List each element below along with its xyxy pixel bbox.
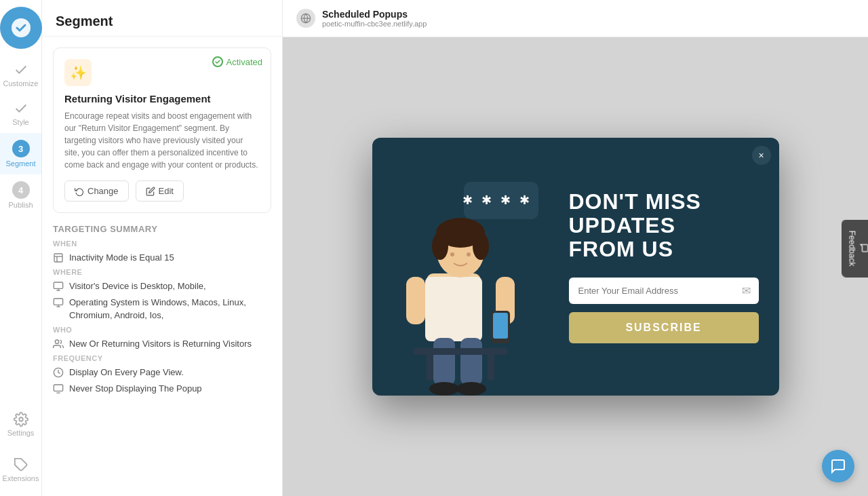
display-icon: [53, 383, 64, 394]
svg-rect-3: [54, 254, 62, 262]
site-url: poetic-muffin-cbc3ee.netlify.app: [322, 20, 427, 28]
targeting-summary: Targeting Summary WHEN Inactivity Mode i…: [42, 224, 282, 410]
sidebar-item-publish[interactable]: 4 Publish: [0, 174, 41, 216]
svg-point-35: [429, 382, 459, 396]
popup-heading: DON'T MISS UPDATES FROM US: [569, 190, 759, 262]
popup-close-button[interactable]: ×: [752, 146, 771, 165]
segment-card: Activated ✨ Returning Visitor Engagement…: [53, 47, 271, 213]
edit-icon: [146, 187, 155, 196]
feedback-tab[interactable]: Feedback: [842, 219, 868, 277]
sidebar-nav: Customize Style 3 Segment 4 Publish Sett…: [0, 0, 42, 496]
site-info: Scheduled Popups poetic-muffin-cbc3ee.ne…: [322, 9, 427, 28]
email-input[interactable]: [569, 278, 734, 304]
who-label: WHO: [53, 326, 271, 334]
svg-point-1: [19, 417, 23, 421]
svg-rect-21: [425, 277, 482, 341]
panel-header: Segment: [42, 0, 282, 37]
device-icon: [53, 281, 64, 292]
svg-rect-37: [413, 348, 508, 355]
frequency-label: FREQUENCY: [53, 354, 271, 362]
where-condition-2: Operating System is Windows, Macos, Linu…: [53, 297, 271, 321]
svg-rect-34: [460, 338, 482, 385]
panel: Segment Activated ✨ Returning Visitor En…: [42, 0, 283, 496]
top-bar: Scheduled Popups poetic-muffin-cbc3ee.ne…: [283, 0, 868, 37]
svg-point-28: [467, 252, 471, 256]
panel-title: Segment: [56, 14, 269, 29]
timer-icon: [53, 252, 64, 263]
activated-label: Activated: [226, 57, 262, 67]
activated-badge: Activated: [212, 56, 262, 67]
svg-rect-29: [406, 277, 425, 324]
email-input-row: ✉: [569, 278, 759, 304]
app-logo[interactable]: [0, 7, 42, 49]
svg-rect-33: [433, 338, 455, 385]
visitor-icon: [53, 339, 64, 349]
svg-point-25: [432, 233, 448, 260]
feedback-label: Feedback: [848, 230, 857, 266]
site-icon: [296, 9, 315, 28]
svg-point-12: [55, 340, 58, 343]
email-icon: ✉: [734, 284, 759, 297]
who-condition-1: New Or Returning Visitors is Returning V…: [53, 338, 271, 350]
publish-step-number: 4: [12, 181, 30, 199]
frequency-condition-1: Display On Every Page View.: [53, 366, 271, 379]
where-label: WHERE: [53, 268, 271, 276]
sidebar-item-customize[interactable]: Customize: [0, 56, 41, 94]
nav-label-style: Style: [12, 118, 28, 126]
person-illustration: [379, 178, 542, 396]
nav-label-customize: Customize: [3, 79, 39, 88]
os-icon: [53, 297, 64, 308]
when-label: WHEN: [53, 240, 271, 248]
change-icon: [75, 187, 84, 196]
when-condition-1: Inactivity Mode is Equal 15: [53, 252, 271, 264]
svg-point-27: [450, 252, 454, 256]
segment-icon: ✨: [64, 59, 92, 86]
where-condition-1: Visitor's Device is Desktop, Mobile,: [53, 280, 271, 292]
segment-description: Encourage repeat visits and boost engage…: [64, 110, 260, 171]
sidebar-item-extensions[interactable]: Extensions: [0, 451, 41, 489]
sidebar-item-segment[interactable]: 3 Segment: [0, 133, 41, 174]
nav-label-settings: Settings: [7, 429, 35, 437]
svg-rect-39: [488, 354, 494, 381]
segment-actions: Change Edit: [64, 180, 260, 202]
segment-name: Returning Visitor Engagement: [64, 93, 260, 104]
chat-icon: [830, 458, 846, 474]
feedback-icon: [860, 243, 868, 252]
site-name: Scheduled Popups: [322, 9, 427, 20]
sidebar-item-style[interactable]: Style: [0, 94, 41, 133]
chat-bubble[interactable]: [822, 450, 854, 482]
svg-point-36: [456, 382, 486, 396]
activated-check-icon: [212, 56, 223, 67]
svg-rect-32: [493, 313, 508, 339]
svg-point-26: [473, 233, 489, 260]
popup-wrapper: × ✱ ✱ ✱ ✱: [372, 138, 779, 396]
nav-label-publish: Publish: [8, 201, 33, 209]
popup-illustration: ✱ ✱ ✱ ✱: [372, 138, 562, 396]
targeting-title: Targeting Summary: [53, 224, 271, 234]
svg-rect-14: [54, 385, 62, 391]
clock-icon: [53, 367, 64, 378]
subscribe-button[interactable]: SUBSCRIBE: [569, 312, 759, 343]
frequency-condition-2: Never Stop Displaying The Popup: [53, 383, 271, 395]
sidebar-item-settings[interactable]: Settings: [0, 405, 41, 444]
change-button[interactable]: Change: [64, 180, 129, 202]
popup-content: DON'T MISS UPDATES FROM US ✉ SUBSCRIBE: [562, 138, 779, 396]
svg-rect-38: [427, 354, 433, 381]
nav-label-segment: Segment: [5, 159, 35, 168]
segment-step-number: 3: [12, 140, 30, 157]
nav-label-extensions: Extensions: [3, 474, 39, 482]
main-content: Scheduled Popups poetic-muffin-cbc3ee.ne…: [283, 0, 868, 496]
edit-button[interactable]: Edit: [136, 180, 184, 202]
preview-area: × ✱ ✱ ✱ ✱: [283, 37, 868, 496]
svg-rect-6: [54, 282, 62, 288]
svg-rect-9: [54, 299, 62, 305]
popup-modal: × ✱ ✱ ✱ ✱: [372, 138, 779, 396]
